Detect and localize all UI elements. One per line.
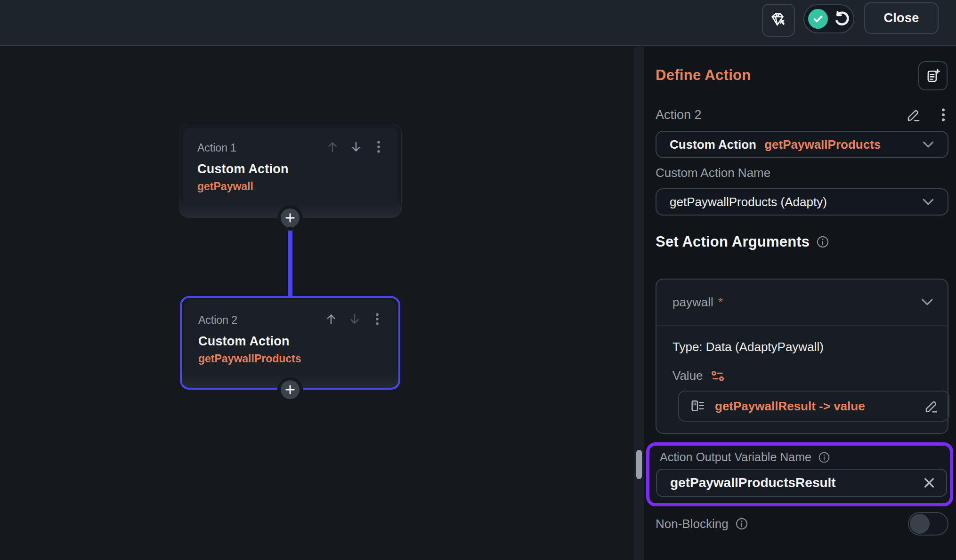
clear-x-icon[interactable] <box>923 476 936 489</box>
custom-action-name-dropdown[interactable]: getPaywallProducts (Adapty) <box>656 188 948 216</box>
non-blocking-row: Non-Blocking <box>656 512 948 536</box>
panel-scrollbar-thumb[interactable] <box>636 450 642 479</box>
custom-action-name-value: getPaywallProducts (Adapty) <box>670 195 920 209</box>
value-settings-icon[interactable] <box>711 370 725 382</box>
value-binding-field[interactable]: getPaywallResult -> value <box>678 391 949 422</box>
output-variable-input-wrap <box>656 469 947 497</box>
check-circle-icon <box>808 9 828 29</box>
test-custom-action-button[interactable] <box>762 4 795 37</box>
required-marker: * <box>718 295 919 310</box>
action-name-label: getPaywall <box>197 180 384 193</box>
chevron-down-icon <box>920 136 936 152</box>
arguments-heading: Set Action Arguments <box>656 233 810 250</box>
action-card-title: Action 1 <box>197 142 326 154</box>
action-type-label: Custom Action <box>197 162 384 176</box>
copy-action-button[interactable] <box>918 61 948 90</box>
rename-pencil-icon[interactable] <box>906 107 921 122</box>
action-card-2[interactable]: Action 2 Custom Action getPayw <box>180 296 400 390</box>
add-action-button[interactable] <box>281 380 300 399</box>
value-binding-text: getPaywallResult -> value <box>715 399 924 414</box>
add-action-button[interactable] <box>281 208 300 227</box>
topbar: Close <box>0 0 956 46</box>
options-kebab-icon[interactable] <box>373 140 384 155</box>
action-type-dropdown-label: Custom Action <box>670 137 756 152</box>
output-variable-input[interactable] <box>670 475 923 490</box>
info-icon[interactable] <box>735 517 748 530</box>
custom-action-name-label: Custom Action Name <box>656 166 770 180</box>
action-type-label: Custom Action <box>198 334 383 349</box>
action-card-1[interactable]: Action 1 Custom Action getPayw <box>179 124 402 218</box>
argument-card-paywall: paywall * Type: Data (AdaptyPaywall) Val… <box>656 279 948 434</box>
options-kebab-icon[interactable] <box>372 312 383 328</box>
move-down-icon[interactable] <box>349 140 363 155</box>
action-type-dropdown[interactable]: Custom Action getPaywallProducts <box>656 131 948 158</box>
variable-source-icon <box>689 398 705 414</box>
options-kebab-icon[interactable] <box>938 108 948 122</box>
copy-paste-add-icon <box>925 68 941 84</box>
action-card-2-body: Action 2 Custom Action getPayw <box>184 300 396 376</box>
argument-header[interactable]: paywall * <box>656 280 948 326</box>
action-card-title: Action 2 <box>198 314 324 327</box>
selected-action-label: Action 2 <box>656 108 906 122</box>
info-icon[interactable] <box>818 451 830 464</box>
move-up-icon[interactable] <box>324 312 338 328</box>
selected-action-row: Action 2 <box>656 106 948 123</box>
move-up-icon[interactable] <box>326 140 339 155</box>
chevron-down-icon <box>920 194 936 210</box>
action-flow-editor: Close Action 1 <box>0 0 956 560</box>
gem-cursor-icon <box>769 11 788 30</box>
non-blocking-label: Non-Blocking <box>656 517 729 531</box>
action-name-label: getPaywallProducts <box>198 352 383 365</box>
validation-status-button[interactable] <box>803 4 854 33</box>
output-variable-label: Action Output Variable Name <box>660 450 811 464</box>
define-action-panel: Define Action Action 2 <box>644 47 956 560</box>
edit-pencil-icon[interactable] <box>924 399 939 414</box>
action-card-1-body: Action 1 Custom Action getPayw <box>183 128 397 205</box>
page-title: Define Action <box>656 67 751 84</box>
arguments-heading-row: Set Action Arguments <box>656 233 829 250</box>
move-down-icon[interactable] <box>348 312 361 328</box>
action-flow-canvas[interactable]: Action 1 Custom Action getPayw <box>0 47 634 560</box>
output-variable-highlight: Action Output Variable Name <box>646 442 953 506</box>
info-icon[interactable] <box>816 235 829 248</box>
value-label: Value <box>672 368 703 383</box>
action-type-dropdown-value: getPaywallProducts <box>764 137 881 152</box>
panel-scrollbar-track[interactable] <box>634 47 644 560</box>
non-blocking-toggle[interactable] <box>908 512 948 536</box>
undo-icon[interactable] <box>832 10 850 28</box>
toggle-knob <box>910 514 930 534</box>
argument-name: paywall <box>672 295 713 310</box>
chevron-down-icon <box>919 294 935 310</box>
argument-type-info: Type: Data (AdaptyPaywall) <box>672 340 935 354</box>
close-button[interactable]: Close <box>864 2 939 34</box>
